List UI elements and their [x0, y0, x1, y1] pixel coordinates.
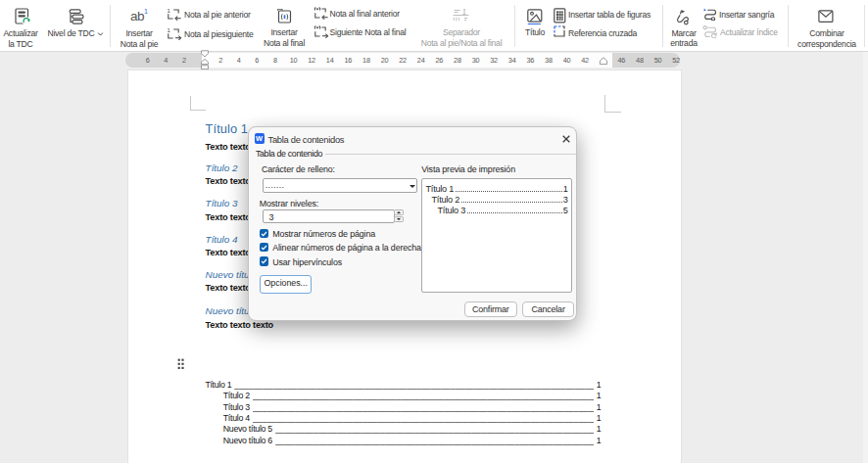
svg-text:1: 1	[168, 27, 171, 33]
svg-text:1: 1	[168, 8, 171, 14]
